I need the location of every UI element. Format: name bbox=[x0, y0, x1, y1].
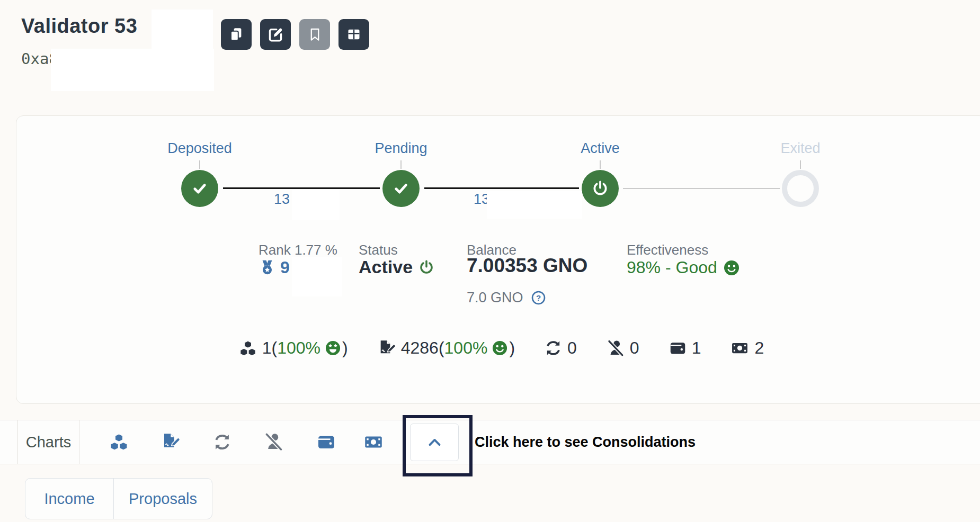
redaction-box bbox=[487, 191, 582, 219]
blocks-counter: 1(100% ) bbox=[239, 338, 348, 358]
deposits-chart-icon[interactable] bbox=[317, 433, 336, 452]
balance-value-row: 7.00353 GNO bbox=[467, 255, 587, 277]
cubes-icon bbox=[239, 340, 257, 357]
blocks-pct: 100% bbox=[277, 338, 320, 358]
bookmark-button[interactable] bbox=[299, 19, 330, 50]
sync-icon bbox=[545, 339, 562, 357]
redaction-box bbox=[292, 257, 342, 296]
power-icon bbox=[418, 259, 434, 275]
slashings-count: 0 bbox=[630, 338, 639, 358]
step-circle-deposited bbox=[181, 170, 218, 207]
effectiveness-value: 98% - Good bbox=[627, 258, 717, 277]
step-connector bbox=[223, 187, 380, 189]
smile-icon bbox=[723, 259, 740, 276]
slashings-chart-icon[interactable] bbox=[264, 433, 283, 452]
svg-text:?: ? bbox=[536, 293, 540, 302]
annotation-text: Click here to see Consolidations bbox=[475, 420, 696, 464]
deposits-counter: 1 bbox=[669, 338, 701, 358]
check-icon bbox=[191, 179, 209, 197]
medal-icon bbox=[259, 259, 276, 276]
redaction-box bbox=[292, 190, 340, 220]
deposits-count: 1 bbox=[692, 338, 701, 358]
step-label-active: Active bbox=[581, 140, 620, 157]
step-circle-pending bbox=[382, 170, 420, 207]
status-value: Active bbox=[359, 257, 413, 277]
charts-toolbar: Charts bbox=[0, 420, 980, 464]
header-actions bbox=[221, 19, 369, 50]
step-label-pending: Pending bbox=[375, 140, 427, 157]
rank-label: Rank 1.77 % bbox=[259, 242, 337, 258]
tab-proposals[interactable]: Proposals bbox=[114, 479, 212, 519]
withdrawals-chart-icon[interactable] bbox=[363, 433, 384, 452]
bookmark-icon bbox=[308, 28, 322, 42]
attestations-chart-icon[interactable] bbox=[161, 433, 180, 452]
step-label-exited: Exited bbox=[780, 140, 820, 157]
status-value-row: Active bbox=[359, 257, 434, 277]
attestations-counter: 4286(100% ) bbox=[378, 338, 515, 358]
step-label-deposited: Deposited bbox=[167, 140, 232, 157]
balance-effective: 7.0 GNO bbox=[467, 290, 523, 306]
copy-icon bbox=[228, 26, 244, 42]
user-slash-icon bbox=[607, 339, 625, 357]
table-icon bbox=[346, 27, 361, 42]
consolidations-collapse-button[interactable] bbox=[410, 424, 459, 461]
paren: ) bbox=[509, 338, 515, 358]
rank-value: 9 bbox=[259, 258, 290, 277]
step-tick bbox=[199, 160, 200, 169]
sync-count: 0 bbox=[567, 338, 577, 358]
chart-tabs: Income Proposals bbox=[25, 478, 212, 519]
page-title: Validator 53 bbox=[21, 15, 137, 38]
blocks-count: 1 bbox=[262, 338, 272, 358]
paren: ) bbox=[342, 338, 348, 358]
sync-chart-icon[interactable] bbox=[213, 433, 231, 452]
paren: ( bbox=[272, 338, 278, 358]
counters-row: 1(100% ) 4286(100% ) bbox=[16, 338, 980, 358]
attestations-count: 4286 bbox=[401, 338, 439, 358]
step-circle-active bbox=[582, 170, 619, 207]
step-tick bbox=[400, 160, 402, 169]
question-circle-icon[interactable]: ? bbox=[531, 290, 546, 305]
withdrawals-counter: 2 bbox=[730, 338, 764, 358]
check-icon bbox=[392, 179, 410, 197]
balance-value: 7.00353 GNO bbox=[467, 255, 587, 277]
rank-medal-count: 9 bbox=[280, 258, 290, 277]
edit-icon bbox=[268, 26, 283, 42]
step-circle-exited bbox=[782, 170, 819, 207]
paren: ( bbox=[439, 338, 444, 358]
copy-button[interactable] bbox=[221, 19, 252, 50]
blocks-chart-icon[interactable] bbox=[109, 433, 129, 452]
step-tick bbox=[600, 160, 601, 169]
validator-summary-card: Deposited Pending Active Exited 13 139 R… bbox=[16, 115, 980, 404]
status-label: Status bbox=[359, 242, 398, 258]
withdrawals-count: 2 bbox=[754, 338, 764, 358]
effectiveness-value-row: 98% - Good bbox=[627, 258, 740, 277]
wallet-icon bbox=[669, 339, 687, 357]
grin-stars-icon bbox=[325, 340, 341, 356]
edit-button[interactable] bbox=[260, 19, 291, 50]
chevron-up-icon bbox=[426, 434, 443, 451]
epoch-deposited-pending: 13 bbox=[274, 191, 290, 208]
sync-counter: 0 bbox=[545, 338, 577, 358]
effectiveness-label: Effectiveness bbox=[627, 242, 708, 258]
smile-icon bbox=[492, 340, 508, 356]
attestations-pct: 100% bbox=[444, 338, 488, 358]
money-bill-icon bbox=[730, 339, 749, 357]
table-view-button[interactable] bbox=[338, 19, 369, 50]
slashings-counter: 0 bbox=[607, 338, 639, 358]
power-icon bbox=[592, 180, 609, 197]
step-connector bbox=[424, 187, 579, 189]
charts-tab-label: Charts bbox=[17, 420, 79, 464]
redaction-box bbox=[51, 49, 214, 91]
file-signature-icon bbox=[378, 339, 396, 357]
step-connector-future bbox=[623, 188, 780, 189]
tab-income[interactable]: Income bbox=[25, 479, 114, 519]
balance-sub-row: 7.0 GNO ? bbox=[467, 290, 546, 306]
step-tick bbox=[800, 160, 801, 169]
